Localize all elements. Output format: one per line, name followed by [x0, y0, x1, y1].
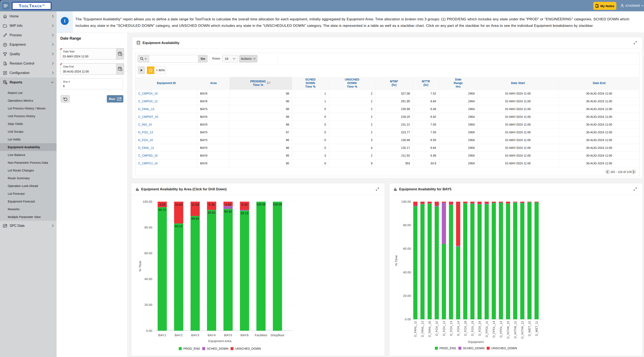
svg-text:0.00: 0.00 — [146, 329, 152, 332]
svg-text:% Time: % Time — [394, 255, 398, 266]
svg-text:6.38: 6.38 — [208, 203, 214, 206]
svg-text:BAY1: BAY1 — [158, 333, 166, 337]
svg-text:D_FANL_16: D_FANL_16 — [428, 321, 431, 337]
svg-text:100.00: 100.00 — [256, 203, 266, 206]
svg-text:93.61: 93.61 — [208, 211, 216, 214]
svg-text:PROD_ENG: PROD_ENG — [440, 346, 456, 350]
svg-text:D_FPOL_13: D_FPOL_13 — [492, 321, 496, 337]
svg-text:4.25: 4.25 — [159, 203, 165, 206]
svg-text:0.00: 0.00 — [405, 317, 411, 321]
svg-text:BAY3: BAY3 — [191, 333, 200, 337]
svg-text:SCHED_DOWN: SCHED_DOWN — [207, 347, 228, 350]
svg-text:SCHED_DOWN: SCHED_DOWN — [463, 346, 484, 350]
svg-text:93.13: 93.13 — [241, 211, 248, 215]
svg-text:40.00: 40.00 — [144, 277, 152, 281]
svg-text:PROD_ENG: PROD_ENG — [184, 347, 200, 350]
svg-text:60.00: 60.00 — [403, 247, 411, 250]
svg-text:100.00: 100.00 — [401, 200, 411, 203]
svg-text:Shopfloor: Shopfloor — [270, 333, 284, 337]
svg-text:D_FOX_19: D_FOX_19 — [471, 321, 474, 336]
svg-text:80.00: 80.00 — [144, 226, 152, 229]
svg-text:40.00: 40.00 — [403, 270, 411, 274]
svg-text:D_FOX_16: D_FOX_16 — [464, 321, 467, 336]
svg-text:D_FOX_24: D_FOX_24 — [478, 321, 481, 336]
svg-text:D_WET_11: D_WET_11 — [535, 321, 538, 336]
svg-text:D_FPOL_11: D_FPOL_11 — [485, 321, 488, 337]
svg-text:Equipment Area: Equipment Area — [208, 339, 232, 343]
svg-text:UNSCHED_DOWN: UNSCHED_DOWN — [235, 347, 261, 350]
svg-text:11.04: 11.04 — [192, 203, 199, 206]
svg-text:D_FANL_11: D_FANL_11 — [414, 321, 417, 337]
svg-text:83.12: 83.12 — [175, 224, 182, 228]
svg-text:20.00: 20.00 — [144, 303, 152, 306]
svg-text:BAY5: BAY5 — [224, 333, 232, 337]
svg-text:D_FOX_10: D_FOX_10 — [435, 321, 438, 336]
svg-text:20.00: 20.00 — [403, 294, 411, 297]
svg-text:BAY2: BAY2 — [175, 333, 183, 337]
svg-text:88.93: 88.93 — [192, 217, 199, 220]
svg-text:D_FANL_13: D_FANL_13 — [421, 321, 424, 337]
svg-text:6.33: 6.33 — [242, 203, 247, 206]
svg-text:BAY6: BAY6 — [240, 333, 248, 337]
svg-text:D_FOX_14: D_FOX_14 — [456, 321, 460, 336]
svg-text:100.00: 100.00 — [142, 200, 152, 203]
svg-text:D_INTHK_11: D_INTHK_11 — [514, 321, 517, 338]
svg-text:D_FOX_13: D_FOX_13 — [450, 321, 453, 336]
svg-text:Equipment: Equipment — [468, 340, 484, 343]
svg-text:100.00: 100.00 — [273, 203, 282, 206]
svg-text:D_FOX_12: D_FOX_12 — [442, 321, 446, 336]
svg-text:D_WET_10: D_WET_10 — [528, 321, 531, 336]
svg-text:95.72: 95.72 — [158, 208, 166, 211]
svg-text:16.83: 16.83 — [175, 203, 182, 206]
svg-text:BAY4: BAY4 — [208, 333, 216, 337]
svg-text:D_INTHK_10: D_INTHK_10 — [506, 321, 510, 338]
svg-text:D_INTHK_12: D_INTHK_12 — [521, 321, 524, 338]
svg-text:80.00: 80.00 — [403, 223, 411, 227]
svg-text:% Time: % Time — [138, 261, 142, 272]
svg-text:D_FPOL_14: D_FPOL_14 — [499, 321, 503, 337]
svg-text:3.34: 3.34 — [225, 203, 231, 206]
svg-text:UNSCHED_DOWN: UNSCHED_DOWN — [491, 346, 517, 350]
svg-text:Facilities: Facilities — [255, 333, 268, 337]
svg-text:60.00: 60.00 — [144, 251, 152, 255]
svg-text:94.42: 94.42 — [224, 210, 232, 213]
